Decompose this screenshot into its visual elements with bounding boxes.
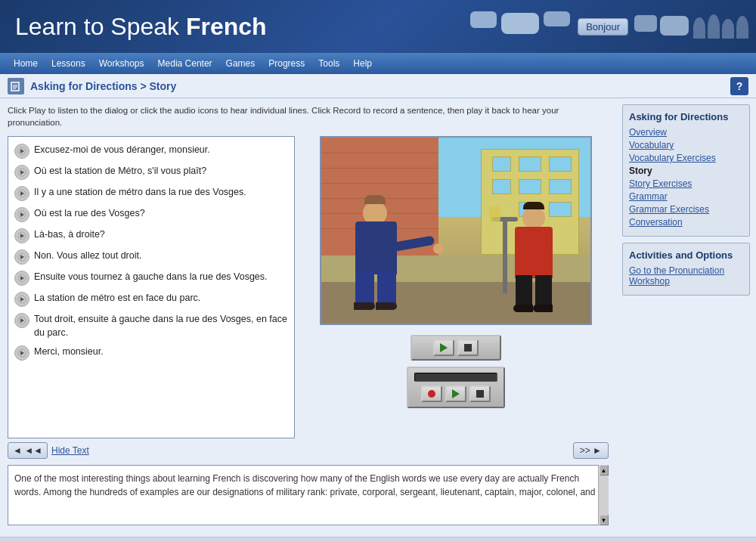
list-item[interactable]: Ensuite vous tournez à gauche dans la ru…	[12, 268, 290, 289]
info-text: One of the most interesting things about…	[14, 473, 595, 497]
right-sidebar: Asking for Directions Overview Vocabular…	[616, 98, 756, 537]
activities-title: Activities and Options	[629, 249, 743, 261]
story-image	[320, 136, 592, 325]
dialog-line-text: Il y a une station de métro dans la rue …	[34, 186, 246, 200]
dialog-box: Excusez-moi de vous déranger, monsieur. …	[8, 136, 295, 438]
left-panel: Click Play to listen to the dialog or cl…	[0, 98, 616, 537]
dialog-line-text: Excusez-moi de vous déranger, monsieur.	[34, 144, 210, 157]
audio-icon[interactable]	[14, 186, 29, 201]
list-item[interactable]: Merci, monsieur.	[12, 342, 290, 364]
list-item[interactable]: Là-bas, à droite?	[12, 225, 290, 246]
breadcrumb-text: Asking for Directions > Story	[30, 80, 176, 92]
audio-icon[interactable]	[14, 228, 29, 243]
dialog-line-text: Non. Vous allez tout droit.	[34, 249, 141, 263]
record-icon	[428, 390, 435, 398]
list-item[interactable]: Où est la station de Métro, s'il vous pl…	[12, 162, 290, 183]
sidebar-conversation[interactable]: Conversation	[629, 217, 743, 228]
stop-icon	[464, 344, 472, 352]
record-button[interactable]	[421, 386, 442, 402]
nav-row: ◄ ◄◄ Hide Text >> ►	[8, 442, 609, 459]
nav-media-center[interactable]: Media Center	[152, 56, 218, 71]
nav-progress[interactable]: Progress	[262, 56, 311, 71]
dialog-line-text: Où est la rue des Vosges?	[34, 207, 145, 221]
forward-button[interactable]: >> ►	[573, 442, 609, 459]
audio-icon[interactable]	[14, 165, 29, 180]
audio-icon[interactable]	[14, 144, 29, 159]
playback-controls	[407, 335, 505, 408]
sidebar-story[interactable]: Story	[629, 166, 743, 176]
activities-section: Activities and Options Go to the Pronunc…	[622, 243, 750, 296]
sidebar-overview[interactable]: Overview	[629, 127, 743, 138]
nav-home[interactable]: Home	[8, 56, 44, 71]
info-text-container: One of the most interesting things about…	[8, 465, 609, 525]
sidebar-grammar-exercises[interactable]: Grammar Exercises	[629, 204, 743, 215]
bonjour-button[interactable]: Bonjour	[578, 18, 628, 36]
nav-tools[interactable]: Tools	[312, 56, 345, 71]
sidebar-grammar[interactable]: Grammar	[629, 191, 743, 202]
play-button[interactable]	[433, 339, 454, 356]
audio-icon[interactable]	[14, 292, 29, 307]
main-content: Click Play to listen to the dialog or cl…	[0, 98, 756, 537]
image-panel	[302, 136, 609, 438]
sidebar-vocabulary[interactable]: Vocabulary	[629, 140, 743, 150]
stop-button[interactable]	[457, 339, 479, 356]
nav-games[interactable]: Games	[220, 56, 262, 71]
sidebar-vocabulary-exercises[interactable]: Vocabulary Exercises	[629, 153, 743, 163]
audio-icon[interactable]	[14, 313, 29, 328]
list-item[interactable]: Tout droit, ensuite à gauche dans la rue…	[12, 310, 290, 342]
scroll-up-button[interactable]: ▲	[600, 465, 609, 475]
dialog-line-text: Tout droit, ensuite à gauche dans la rue…	[34, 313, 288, 339]
play-icon-2	[452, 389, 460, 398]
list-item[interactable]: Il y a une station de métro dans la rue …	[12, 183, 290, 204]
navbar: Home Lessons Workshops Media Center Game…	[0, 53, 756, 74]
stop-icon-2	[476, 390, 484, 398]
app-title: Learn to Speak French	[15, 13, 267, 41]
dialog-line-text: Merci, monsieur.	[34, 345, 104, 359]
audio-icon[interactable]	[14, 249, 29, 265]
list-item[interactable]: La station de métro est en face du parc.	[12, 289, 290, 310]
list-item[interactable]: Excusez-moi de vous déranger, monsieur.	[12, 141, 290, 162]
pronunciation-workshop-link[interactable]: Go to the Pronunciation Workshop	[629, 265, 743, 286]
play-icon	[440, 343, 448, 352]
instruction-text: Click Play to listen to the dialog or cl…	[8, 104, 609, 129]
nav-help[interactable]: Help	[347, 56, 378, 71]
play-stop-controls	[411, 335, 501, 361]
audio-icon[interactable]	[14, 207, 29, 222]
lesson-nav-section: Asking for Directions Overview Vocabular…	[622, 104, 750, 237]
scroll-down-button[interactable]: ▼	[600, 515, 609, 525]
bottom-nav: ◄ Previous Next ►	[0, 537, 756, 542]
nav-workshops[interactable]: Workshops	[93, 56, 150, 71]
audio-icon[interactable]	[14, 271, 29, 286]
back-double-button[interactable]: ◄ ◄◄	[8, 442, 48, 459]
progress-bar	[414, 373, 497, 382]
app-header: Learn to Speak French Bonjour	[0, 0, 756, 53]
hide-text-link[interactable]: Hide Text	[51, 445, 89, 456]
dialog-line-text: La station de métro est en face du parc.	[34, 292, 200, 305]
help-button[interactable]: ?	[730, 77, 748, 95]
title-prefix: Learn to Speak	[15, 13, 186, 40]
record-stop-button[interactable]	[469, 386, 491, 402]
record-play-button[interactable]	[445, 386, 466, 402]
breadcrumb-bar: Asking for Directions > Story ?	[0, 74, 756, 98]
header-right: Bonjour	[469, 0, 756, 53]
list-item[interactable]: Où est la rue des Vosges?	[12, 204, 290, 225]
info-text-box: One of the most interesting things about…	[8, 465, 609, 525]
record-controls	[407, 367, 505, 408]
breadcrumb-icon	[8, 78, 24, 94]
dialog-image-area: Excusez-moi de vous déranger, monsieur. …	[8, 136, 609, 438]
dialog-line-text: Ensuite vous tournez à gauche dans la ru…	[34, 271, 268, 284]
list-item[interactable]: Non. Vous allez tout droit.	[12, 246, 290, 268]
sidebar-story-exercises[interactable]: Story Exercises	[629, 178, 743, 189]
nav-lessons[interactable]: Lessons	[45, 56, 91, 71]
dialog-line-text: Où est la station de Métro, s'il vous pl…	[34, 165, 206, 178]
audio-icon[interactable]	[14, 345, 29, 361]
record-play-row	[421, 386, 491, 402]
lesson-nav-title: Asking for Directions	[629, 111, 743, 122]
dialog-line-text: Là-bas, à droite?	[34, 228, 105, 242]
title-bold: French	[186, 13, 267, 40]
